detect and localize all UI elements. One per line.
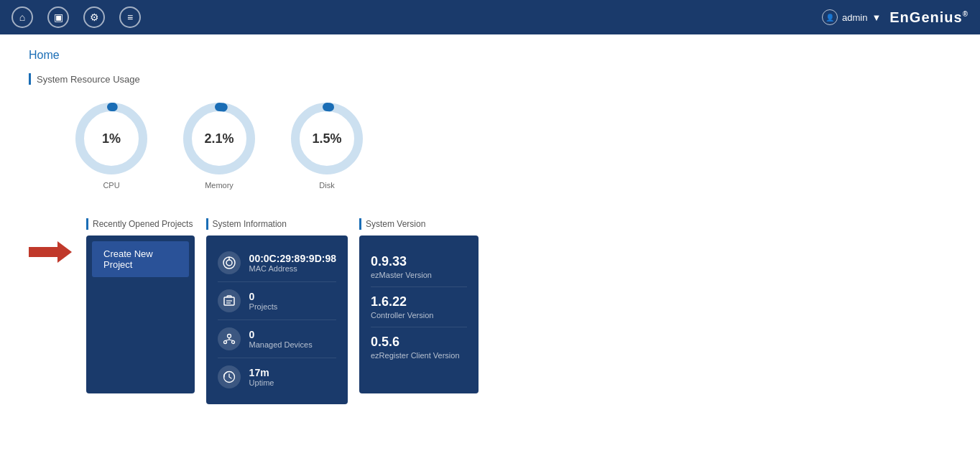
system-version-content: 0.9.33 ezMaster Version 1.6.22 Controlle…	[359, 236, 479, 393]
uptime-value: 17m	[249, 367, 274, 378]
memory-gauge-center: 2.1%	[204, 131, 234, 146]
cpu-value: 1%	[102, 131, 121, 146]
system-info-panel: System Information 00:0C:29:89:9D:98	[206, 218, 348, 404]
svg-point-15	[231, 341, 234, 344]
section-bar-version	[359, 218, 361, 230]
mac-address-value: 00:0C:29:89:9D:98	[249, 253, 336, 264]
panels-row: Recently Opened Projects Create New Proj…	[86, 218, 479, 404]
page-title: Home	[29, 49, 951, 62]
gauges-row: 1% CPU 2.1% Memory	[29, 99, 951, 190]
disk-gauge-wrap: 1.5%	[287, 99, 366, 178]
user-area[interactable]: 👤 admin ▼	[822, 9, 881, 25]
cpu-gauge-wrap: 1%	[72, 99, 151, 178]
projects-icon	[218, 289, 241, 312]
user-avatar: 👤	[822, 9, 838, 25]
uptime-row: 17m Uptime	[218, 358, 336, 396]
memory-label: Memory	[205, 181, 234, 190]
brand-logo: EnGenius®	[889, 9, 969, 26]
projects-label: Projects	[249, 302, 278, 311]
mac-address-row: 00:0C:29:89:9D:98 MAC Address	[218, 244, 336, 282]
projects-row: 0 Projects	[218, 282, 336, 320]
controller-version-number: 1.6.22	[371, 294, 467, 309]
cpu-label: CPU	[103, 181, 119, 190]
ezmaster-version-number: 0.9.33	[371, 254, 467, 269]
projects-value: 0	[249, 291, 278, 302]
save-nav-icon[interactable]: ▣	[47, 6, 69, 28]
managed-devices-icon	[218, 327, 241, 350]
svg-point-14	[223, 341, 226, 344]
navbar-right: 👤 admin ▼ EnGenius®	[822, 9, 969, 26]
disk-gauge: 1.5% Disk	[287, 99, 366, 190]
system-info-content: 00:0C:29:89:9D:98 MAC Address	[206, 236, 348, 404]
user-label: admin	[842, 12, 867, 23]
disk-label: Disk	[319, 181, 334, 190]
managed-devices-text: 0 Managed Devices	[249, 329, 313, 349]
memory-gauge: 2.1% Memory	[180, 99, 259, 190]
dropdown-chevron: ▼	[872, 12, 881, 23]
cpu-gauge-center: 1%	[102, 131, 121, 146]
ezmaster-version-label: ezMaster Version	[371, 271, 467, 279]
navbar-left: ⌂ ▣ ⚙ ≡	[11, 6, 141, 28]
memory-gauge-wrap: 2.1%	[180, 99, 259, 178]
controller-version-row: 1.6.22 Controller Version	[371, 287, 467, 327]
disk-value: 1.5%	[312, 131, 341, 146]
svg-line-17	[225, 340, 229, 341]
memory-value: 2.1%	[204, 131, 234, 146]
cpu-gauge: 1% CPU	[72, 99, 151, 190]
settings-nav-icon[interactable]: ⚙	[83, 6, 105, 28]
clipboard-nav-icon[interactable]: ≡	[119, 6, 141, 28]
mac-address-text: 00:0C:29:89:9D:98 MAC Address	[249, 253, 336, 273]
mac-icon	[218, 251, 241, 274]
managed-devices-value: 0	[249, 329, 313, 340]
svg-line-18	[229, 340, 234, 341]
ezregister-version-label: ezRegister Client Version	[371, 351, 467, 360]
system-version-panel: System Version 0.9.33 ezMaster Version 1…	[359, 218, 479, 404]
home-nav-icon[interactable]: ⌂	[11, 6, 33, 28]
recently-opened-content: Create New Project	[86, 236, 195, 393]
navbar: ⌂ ▣ ⚙ ≡ 👤 admin ▼ EnGenius®	[0, 0, 980, 34]
disk-gauge-center: 1.5%	[312, 131, 341, 146]
uptime-text: 17m Uptime	[249, 367, 274, 387]
resource-section-header: System Resource Usage	[29, 73, 951, 85]
section-bar-sysinfo	[206, 218, 208, 230]
uptime-icon	[218, 365, 241, 388]
system-info-header: System Information	[206, 218, 348, 230]
system-version-header: System Version	[359, 218, 479, 230]
controller-version-label: Controller Version	[371, 311, 467, 320]
create-project-button[interactable]: Create New Project	[92, 241, 189, 277]
managed-devices-label: Managed Devices	[249, 340, 313, 349]
svg-point-13	[227, 335, 231, 338]
ezregister-version-row: 0.5.6 ezRegister Client Version	[371, 327, 467, 367]
main-content: Home System Resource Usage 1% CPU	[0, 34, 980, 471]
section-bar-recent	[86, 218, 88, 230]
ezregister-version-number: 0.5.6	[371, 335, 467, 350]
svg-point-8	[226, 260, 232, 266]
uptime-label: Uptime	[249, 378, 274, 387]
section-bar	[29, 73, 31, 85]
ezmaster-version-row: 0.9.33 ezMaster Version	[371, 247, 467, 287]
recently-opened-panel: Recently Opened Projects Create New Proj…	[86, 218, 195, 404]
svg-marker-6	[29, 241, 72, 263]
projects-text: 0 Projects	[249, 291, 278, 311]
arrow-indicator	[29, 241, 72, 263]
managed-devices-row: 0 Managed Devices	[218, 320, 336, 358]
recently-opened-header: Recently Opened Projects	[86, 218, 195, 230]
mac-address-label: MAC Address	[249, 264, 336, 273]
